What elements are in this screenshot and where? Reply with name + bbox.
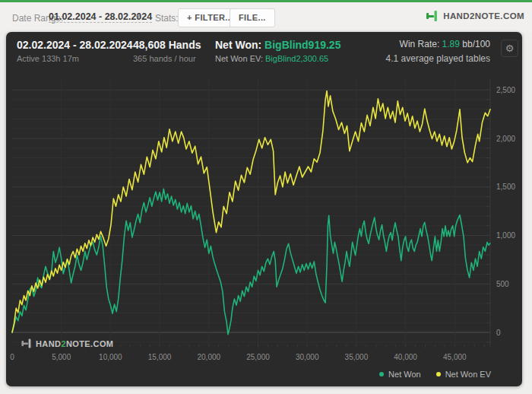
svg-text:5,000: 5,000 [52, 353, 71, 361]
watermark-logo-icon [21, 338, 32, 348]
top-toolbar: Date Range: 01.02.2024 - 28.02.2024 ▾ St… [0, 2, 532, 32]
brand-text: HAND2NOTE.COM [443, 11, 524, 21]
stat-net-won: Net Won: BigBlind919.25 Net Won EV: BigB… [215, 39, 340, 63]
stat-win-rate: Win Rate: 1.89 bb/100 4.1 average played… [386, 39, 490, 64]
svg-text:35,000: 35,000 [345, 353, 369, 361]
win-rate-label: Win Rate: [400, 39, 442, 49]
stat-hands: 48,608 Hands 365 hands / hour [133, 39, 201, 63]
stat-date-range: 02.02.2024 - 28.02.2024 Active 133h 17m [17, 39, 133, 63]
net-won-dot-icon [379, 372, 384, 377]
watermark-text: HAND2NOTE.COM [36, 339, 113, 348]
report-date-range: 02.02.2024 - 28.02.2024 [17, 39, 133, 51]
stats-label: Stats: [155, 13, 179, 24]
legend-item-net-won[interactable]: Net Won [379, 370, 421, 379]
svg-text:15,000: 15,000 [148, 353, 172, 361]
svg-text:500: 500 [496, 280, 509, 288]
svg-text:2,500: 2,500 [496, 86, 515, 94]
svg-text:20,000: 20,000 [198, 353, 221, 361]
hands-count: 48,608 Hands [133, 39, 201, 51]
svg-text:45,000: 45,000 [443, 353, 467, 361]
legend-label-net-won-ev: Net Won EV [445, 370, 491, 379]
win-rate-line: Win Rate: 1.89 bb/100 [386, 39, 490, 49]
net-won-value: BigBlind919.25 [264, 39, 340, 51]
chevron-down-icon: ▾ [137, 12, 141, 20]
svg-text:0: 0 [496, 329, 501, 337]
active-time: Active 133h 17m [17, 54, 133, 63]
svg-text:2,000: 2,000 [496, 135, 515, 143]
svg-text:1,500: 1,500 [496, 183, 515, 191]
net-won-line: Net Won: BigBlind919.25 [215, 39, 340, 51]
svg-text:1,000: 1,000 [496, 231, 515, 240]
net-won-label: Net Won: [215, 39, 264, 51]
brand-logo: HAND2NOTE.COM [426, 10, 524, 22]
chart-watermark: HAND2NOTE.COM [21, 338, 113, 348]
gear-icon[interactable]: ⚙ [501, 40, 518, 57]
watermark-pre: HAND [36, 339, 61, 348]
svg-text:40,000: 40,000 [394, 353, 417, 361]
winnings-chart: 05,00010,00015,00020,00025,00030,00035,0… [6, 76, 522, 365]
hands-per-hour: 365 hands / hour [133, 54, 201, 63]
win-rate-unit: bb/100 [460, 39, 490, 49]
watermark-post: NOTE.COM [66, 339, 113, 348]
legend-label-net-won: Net Won [388, 370, 421, 379]
chart-area: 05,00010,00015,00020,00025,00030,00035,0… [6, 76, 522, 365]
svg-text:10,000: 10,000 [99, 353, 122, 361]
net-won-ev-label: Net Won EV: [215, 54, 265, 63]
legend-item-net-won-ev[interactable]: Net Won EV [436, 370, 491, 379]
svg-text:25,000: 25,000 [246, 353, 270, 361]
svg-text:30,000: 30,000 [296, 353, 319, 361]
net-won-ev-dot-icon [436, 372, 441, 377]
chart-legend: Net Won Net Won EV [379, 370, 491, 379]
hand2note-logo-icon [426, 10, 439, 22]
win-rate-value: 1.89 [442, 39, 460, 49]
net-won-ev-line: Net Won EV: BigBlind2,300.65 [215, 54, 340, 63]
session-report-panel: 02.02.2024 - 28.02.2024 Active 133h 17m … [6, 32, 522, 386]
avg-tables: 4.1 average played tables [386, 53, 490, 64]
file-button[interactable]: FILE... [230, 8, 275, 27]
net-won-ev-value: BigBlind2,300.65 [265, 54, 328, 63]
svg-text:0: 0 [10, 353, 14, 361]
